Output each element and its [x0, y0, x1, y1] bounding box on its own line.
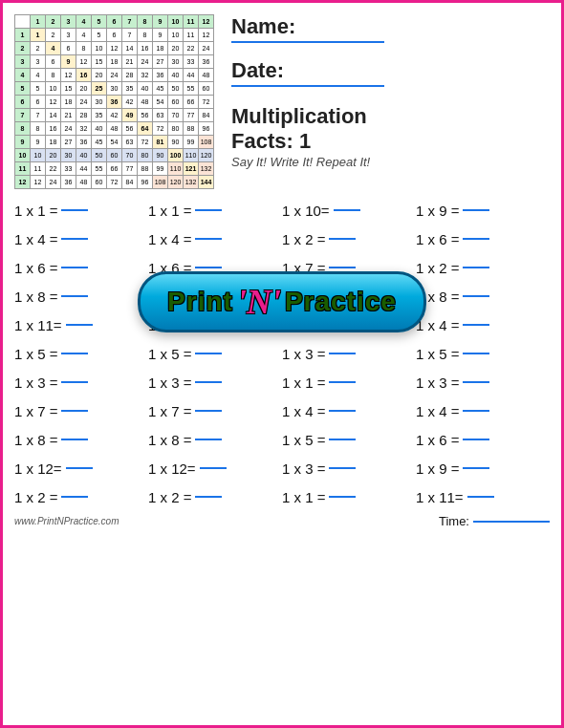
- mult-table-cell: 49: [122, 109, 138, 122]
- problem: 1 x 2 =: [14, 489, 148, 505]
- mult-table-cell: 60: [168, 96, 184, 109]
- mult-table-cell: 72: [153, 122, 168, 136]
- title-main: Multiplication Facts: 1: [231, 104, 550, 155]
- mult-table-cell: 12: [76, 55, 92, 69]
- mult-table-cell: 84: [122, 176, 138, 189]
- answer-line[interactable]: [195, 209, 222, 211]
- name-label: Name:: [231, 14, 550, 39]
- problem-text: 1 x 1 =: [282, 489, 325, 505]
- mult-table-cell: 9: [153, 29, 168, 42]
- answer-line[interactable]: [61, 381, 88, 383]
- answer-line[interactable]: [61, 353, 88, 354]
- mult-table-cell: 15: [92, 55, 107, 69]
- answer-line[interactable]: [334, 209, 360, 211]
- mult-table-cell: 21: [122, 55, 138, 69]
- problem-text: 1 x 4 =: [148, 231, 191, 247]
- answer-line[interactable]: [463, 381, 489, 383]
- answer-line[interactable]: [329, 467, 356, 469]
- date-label: Date:: [231, 58, 550, 83]
- mult-table-cell: 25: [92, 82, 107, 96]
- answer-line[interactable]: [195, 496, 222, 498]
- problem-text: 1 x 7 =: [14, 403, 57, 419]
- answer-line[interactable]: [195, 267, 222, 268]
- mult-table-cell: 8: [138, 29, 153, 42]
- mult-table-cell: 36: [107, 96, 122, 109]
- answer-line[interactable]: [463, 238, 489, 240]
- mult-table-cell: 12: [199, 29, 214, 42]
- answer-line[interactable]: [200, 467, 227, 469]
- answer-line[interactable]: [329, 238, 356, 240]
- answer-line[interactable]: [329, 353, 356, 354]
- answer-line[interactable]: [61, 209, 88, 211]
- mult-table-cell: 12: [107, 42, 122, 55]
- mult-table-cell: 40: [168, 69, 184, 82]
- problem: 1 x 1 =: [148, 203, 282, 219]
- answer-line[interactable]: [195, 238, 222, 240]
- problem-text: 1 x 3 =: [282, 346, 325, 362]
- date-line: [231, 85, 384, 87]
- problem-text: 1 x 4 =: [14, 231, 57, 247]
- mult-table-header: 6: [107, 15, 122, 29]
- mult-table-cell: 32: [76, 122, 92, 136]
- answer-line[interactable]: [195, 381, 222, 383]
- top-section: 1234567891011121123456789101112224681012…: [14, 14, 550, 189]
- problem-text: 1 x 3 =: [148, 375, 191, 391]
- answer-line[interactable]: [463, 353, 489, 354]
- answer-line[interactable]: [61, 496, 88, 498]
- mult-table-cell: 70: [168, 109, 184, 122]
- practice-row: 1 x 5 =1 x 5 =1 x 3 =1 x 5 =: [14, 340, 550, 367]
- problem-text: 1 x 4 =: [416, 403, 459, 419]
- answer-line[interactable]: [329, 410, 356, 412]
- mult-table-cell: 20: [168, 42, 184, 55]
- answer-line[interactable]: [66, 467, 93, 469]
- answer-line[interactable]: [463, 267, 489, 268]
- problem: 1 x 12=: [14, 460, 148, 477]
- mult-table-cell: 50: [92, 149, 107, 162]
- answer-line[interactable]: [467, 496, 494, 498]
- mult-table-cell: 27: [153, 55, 168, 69]
- banner[interactable]: Print 'N' Practice: [138, 271, 426, 332]
- banner-overlay: Print 'N' Practice: [14, 271, 550, 332]
- answer-line[interactable]: [61, 439, 88, 440]
- answer-line[interactable]: [329, 439, 356, 440]
- mult-table-cell: 120: [199, 149, 214, 162]
- answer-line[interactable]: [195, 410, 222, 412]
- mult-table-cell: 132: [184, 176, 199, 189]
- answer-line[interactable]: [195, 353, 222, 354]
- answer-line[interactable]: [329, 381, 356, 383]
- answer-line[interactable]: [463, 467, 489, 469]
- answer-line[interactable]: [195, 439, 222, 440]
- mult-table-cell: 20: [76, 82, 92, 96]
- answer-line[interactable]: [61, 410, 88, 412]
- mult-table-cell: 77: [122, 162, 138, 176]
- title-subtitle: Say It! Write It! Repeat It!: [231, 155, 550, 169]
- mult-table-cell: 121: [184, 162, 199, 176]
- mult-table-cell: 14: [46, 109, 61, 122]
- problem: 1 x 1 =: [282, 489, 416, 505]
- answer-line[interactable]: [463, 439, 489, 440]
- banner-text-part1: Print: [167, 287, 233, 317]
- answer-line[interactable]: [463, 209, 489, 211]
- mult-table-cell: 48: [138, 96, 153, 109]
- banner-text-part2: Practice: [285, 287, 397, 317]
- problem: 1 x 6 =: [416, 432, 550, 448]
- answer-line[interactable]: [463, 410, 489, 412]
- mult-table-cell: 2: [31, 42, 46, 55]
- mult-table-cell: 5: [15, 82, 31, 96]
- problem: 1 x 2 =: [148, 489, 282, 505]
- answer-line[interactable]: [329, 267, 356, 268]
- problem-text: 1 x 2 =: [148, 489, 191, 505]
- mult-table-cell: 11: [31, 162, 46, 176]
- mult-table-cell: 8: [15, 122, 31, 136]
- mult-table-cell: 4: [76, 29, 92, 42]
- answer-line[interactable]: [329, 496, 356, 498]
- problem: 1 x 4 =: [416, 403, 550, 419]
- mult-table-cell: 18: [46, 136, 61, 149]
- answer-line[interactable]: [61, 238, 88, 240]
- mult-table-cell: 11: [184, 29, 199, 42]
- problem-text: 1 x 5 =: [14, 346, 57, 362]
- mult-table-cell: 60: [92, 176, 107, 189]
- mult-table-cell: 81: [153, 136, 168, 149]
- mult-table-cell: 3: [61, 29, 76, 42]
- answer-line[interactable]: [61, 267, 88, 268]
